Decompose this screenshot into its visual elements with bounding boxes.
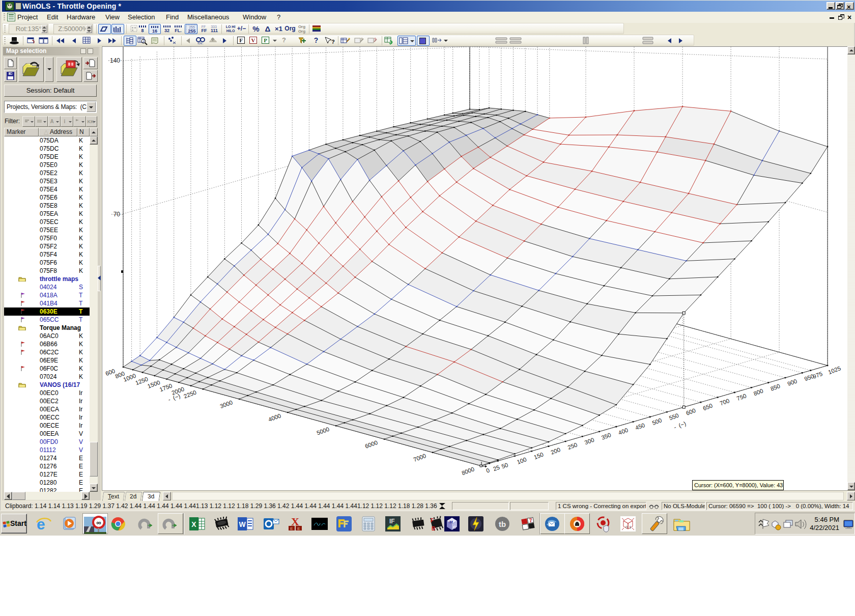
svg-text:A: A <box>50 119 53 124</box>
svg-text:FF: FF <box>202 28 207 33</box>
svg-text:tb: tb <box>499 520 506 528</box>
svg-text:F: F <box>431 518 434 523</box>
svg-text:0: 0 <box>625 525 628 529</box>
svg-text:111: 111 <box>211 28 218 33</box>
svg-text:W: W <box>239 520 246 528</box>
svg-text:B: B <box>432 526 435 531</box>
svg-text:IF: IF <box>389 518 395 525</box>
svg-text:FL.: FL. <box>175 28 182 33</box>
svg-text:∞: ∞ <box>96 519 101 526</box>
svg-text:16: 16 <box>152 29 157 34</box>
svg-text:i: i <box>64 119 66 124</box>
svg-text:E: E <box>290 526 293 531</box>
svg-text:ION..: ION.. <box>197 42 204 45</box>
svg-text:32: 32 <box>164 28 169 33</box>
svg-text:E: E <box>297 526 300 531</box>
svg-text:M: M <box>449 520 453 524</box>
svg-text:1: 1 <box>629 525 632 529</box>
svg-text:?: ? <box>331 39 335 45</box>
svg-text:C: C <box>453 525 456 529</box>
svg-text:8: 8 <box>141 28 144 33</box>
svg-text:LO HI: LO HI <box>226 25 236 29</box>
svg-text:HILO: HILO <box>226 29 235 33</box>
svg-text:X: X <box>191 520 196 528</box>
